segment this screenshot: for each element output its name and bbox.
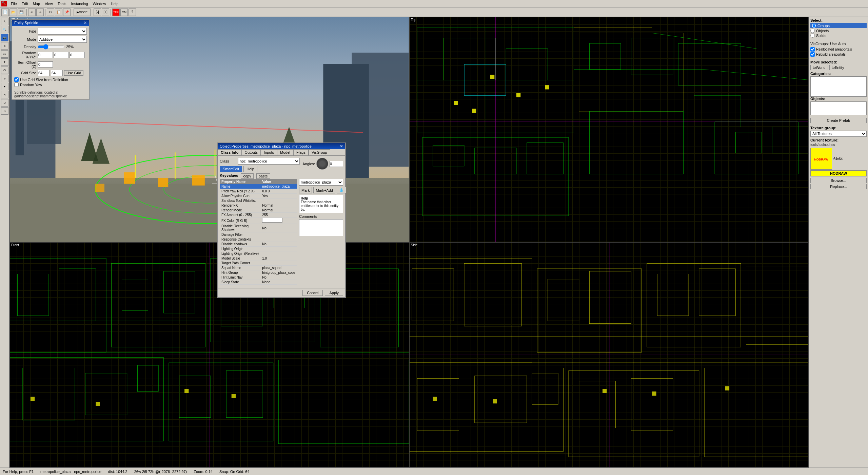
use-grid-btn[interactable]: Use Grid (64, 70, 83, 76)
table-row[interactable]: Namemetropolice_plaza (220, 184, 297, 189)
rebuild-checkbox[interactable] (810, 52, 815, 57)
random-x-input[interactable] (38, 52, 53, 58)
browse-btn[interactable]: Browse... (810, 178, 867, 183)
viewport-front[interactable]: Front (9, 242, 409, 468)
rebuild-row[interactable]: Rebuild areaportals (810, 52, 867, 57)
table-row[interactable]: Model Scale1.0 (220, 256, 297, 261)
table-row[interactable]: Target Path Corner (220, 261, 297, 266)
class-select[interactable]: npc_metropolice (238, 158, 300, 165)
tab-class-info[interactable]: Class Info (218, 149, 242, 155)
menu-help[interactable]: Help (109, 1, 121, 6)
table-row[interactable]: FX Color (R G B) (220, 217, 297, 224)
prop-value-cell[interactable]: Yes (261, 194, 297, 198)
table-row[interactable]: Hint Limit NavNo (220, 275, 297, 280)
prop-value-cell[interactable]: 0.0 0 (261, 189, 297, 194)
undo-btn[interactable]: ↩ (28, 8, 36, 16)
texture-tool[interactable]: T (1, 58, 8, 66)
groups-radio[interactable]: Groups (810, 23, 867, 28)
table-row[interactable]: FX Amount (0 - 255)255 (220, 213, 297, 217)
tab-model[interactable]: Model (277, 149, 293, 155)
prop-value-cell[interactable]: hintgroup_plaza_cops (261, 270, 297, 275)
prop-name-select[interactable]: metropolice_plaza (299, 179, 343, 186)
realloc-checkbox[interactable] (810, 47, 815, 52)
prop-value-cell[interactable]: plaza_squad (261, 266, 297, 270)
menu-tools[interactable]: Tools (56, 1, 68, 6)
kv-copy-btn[interactable]: copy (241, 173, 253, 179)
prop-value-cell[interactable] (261, 198, 297, 203)
compile-btn[interactable]: ▶XCCE (74, 8, 91, 16)
mode-select[interactable]: Additive Replace Subtract (38, 36, 87, 43)
menu-file[interactable]: File (9, 1, 19, 6)
redo-btn[interactable]: ↪ (36, 8, 44, 16)
realloc-row[interactable]: Reallocated areaportals (810, 47, 867, 52)
tex-btn[interactable]: TEX (112, 8, 120, 16)
new-btn[interactable]: 📄 (1, 8, 9, 16)
to-world-btn[interactable]: toWorld (810, 65, 828, 70)
viewport-top[interactable]: Top (409, 17, 809, 242)
cancel-btn[interactable]: Cancel (302, 290, 323, 296)
vertex-tool[interactable]: ● (1, 83, 8, 90)
apply-btn[interactable]: Apply (325, 290, 343, 296)
random-y-input[interactable] (54, 52, 69, 58)
menu-instancing[interactable]: Instancing (69, 1, 90, 6)
use-grid-size-checkbox[interactable] (14, 77, 19, 82)
path-tool[interactable]: ∿ (1, 91, 8, 98)
table-row[interactable]: Allow Physics GunYes (220, 194, 297, 198)
random-yaw-row[interactable]: Random Yaw (14, 82, 87, 87)
objects-radio[interactable]: Objects (810, 28, 867, 33)
tab-outputs[interactable]: Outputs (242, 149, 261, 155)
sprinkle-close-btn[interactable]: ✕ (83, 20, 87, 25)
prop-value-cell[interactable]: No (261, 275, 297, 280)
menu-window[interactable]: Window (91, 1, 108, 6)
help-btn[interactable]: Help (243, 166, 257, 172)
cm-btn[interactable]: CM (120, 8, 128, 16)
table-row[interactable]: Sandbox Tool Whitelist (220, 198, 297, 203)
item-offset-input[interactable] (38, 61, 53, 68)
tab-visgroup[interactable]: VisGroup (309, 149, 330, 155)
menu-map[interactable]: Map (31, 1, 42, 6)
grid-inc-btn[interactable]: [+] (102, 8, 109, 16)
magnify-tool[interactable]: 🔍 (1, 26, 8, 33)
tab-inputs[interactable]: Inputs (261, 149, 277, 155)
save-btn[interactable]: 💾 (18, 8, 25, 16)
decal-tool[interactable]: D (1, 99, 8, 107)
table-row[interactable]: Lighting Origin (220, 247, 297, 251)
brush-tool[interactable]: ▭ (1, 50, 8, 58)
prop-value-cell[interactable]: metropolice_plaza (261, 184, 297, 189)
table-row[interactable]: Render ModeNormal (220, 208, 297, 213)
viewport-3d[interactable]: 3D Shaded (9, 17, 409, 242)
table-row[interactable]: Pitch Yaw Roll (Y Z X)0.0 0 (220, 189, 297, 194)
create-prefab-btn[interactable]: Create Prefab (810, 118, 867, 123)
angles-input[interactable] (330, 161, 343, 167)
prop-value-cell[interactable] (261, 217, 297, 224)
prop-value-cell[interactable]: 1.0 (261, 256, 297, 261)
texture-group-select[interactable]: All Textures (810, 131, 867, 137)
select-tool[interactable]: ↖ (1, 18, 8, 25)
mark-btn[interactable]: Mark (299, 187, 312, 193)
menu-view[interactable]: View (43, 1, 55, 6)
obj-props-close-btn[interactable]: ✕ (340, 144, 343, 149)
prop-value-cell[interactable]: 255 (261, 213, 297, 217)
prop-value-cell[interactable]: No (261, 242, 297, 247)
prop-value-cell[interactable]: Normal (261, 203, 297, 208)
prop-value-cell[interactable]: None (261, 280, 297, 285)
grid-dec-btn[interactable]: [-] (94, 8, 101, 16)
density-slider[interactable] (38, 44, 65, 50)
camera-tool[interactable]: 📷 (1, 34, 8, 41)
viewport-side[interactable]: Side (409, 242, 809, 468)
use-grid-size-row[interactable]: Use Grid Size from Definition (14, 77, 87, 82)
replace-btn[interactable]: Replace... (810, 184, 867, 189)
prop-value-cell[interactable] (261, 251, 297, 256)
prop-value-cell[interactable] (261, 232, 297, 237)
to-entity-btn[interactable]: toEntity (829, 65, 847, 70)
entity-tool[interactable]: E (1, 42, 8, 50)
table-row[interactable]: Hint Grouphintgroup_plaza_cops (220, 270, 297, 275)
mark-add-btn[interactable]: Mark+Add (313, 187, 335, 193)
type-select[interactable] (38, 28, 87, 35)
menu-edit[interactable]: Edit (20, 1, 30, 6)
sprinkle-tool[interactable]: S (1, 107, 8, 115)
prop-value-cell[interactable] (261, 237, 297, 242)
table-row[interactable]: Disable Receiving ShadowsNo (220, 224, 297, 232)
table-row[interactable]: Lighting Origin (Relative) (220, 251, 297, 256)
cut-btn[interactable]: ✂ (47, 8, 54, 16)
